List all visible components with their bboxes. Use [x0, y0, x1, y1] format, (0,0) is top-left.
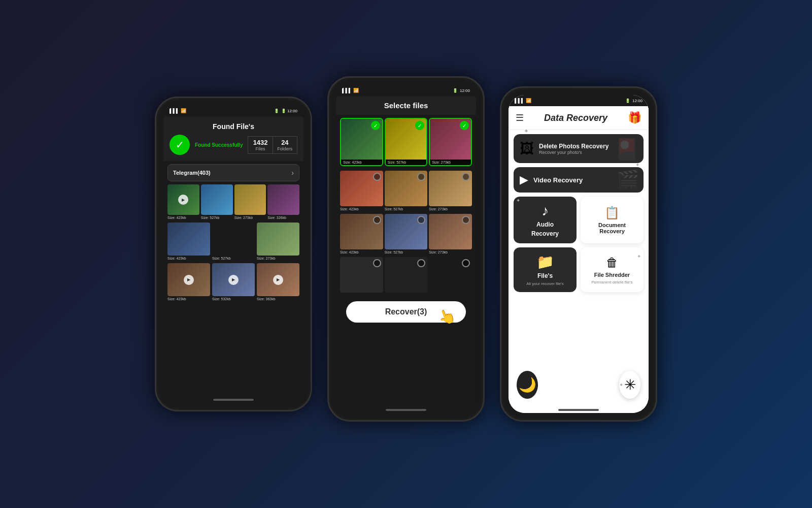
grid-item-2[interactable]: Size: 527kb — [212, 223, 255, 260]
photos-ghost-icon: 🎴 — [614, 137, 639, 161]
sun-icon: ✳ — [624, 376, 636, 393]
home-indicator-3 — [558, 409, 599, 411]
unsel-size-6: Size: 273kb — [429, 250, 472, 254]
signal-icon-3: ▌▌▌ — [515, 98, 524, 103]
folders-number: 24 — [276, 139, 294, 146]
unsel-item-2[interactable]: Size: 527kb — [385, 171, 428, 211]
files-card[interactable]: 📁 File's All your recover file's — [514, 247, 577, 292]
unsel-item-6[interactable]: Size: 273kb — [429, 214, 472, 254]
files-count: 1432 Files — [248, 136, 272, 154]
selected-size-3: Size: 273kb — [430, 160, 471, 165]
grid-item-6[interactable]: ▶ Size: 363kb — [257, 263, 299, 301]
thumb-img-4 — [267, 184, 299, 215]
time-3: 12:00 — [632, 99, 642, 103]
selected-size-1: Size: 423kb — [341, 160, 382, 165]
gift-icon[interactable]: 🎁 — [628, 111, 641, 124]
grid-item-5[interactable]: ▶ Size: 532kb — [212, 263, 255, 301]
audio-doc-row: ♪ Audio Recovery 📋 Document Recovery — [509, 195, 649, 245]
battery-icon-3: 🔋 — [625, 99, 630, 103]
telegram-popup[interactable]: Telegram(403) › — [167, 164, 299, 181]
grid-item-4[interactable]: ▶ Size: 423kb — [167, 263, 210, 301]
unsel-row-1: Size: 423kb Size: 527kb Size: 273kb — [336, 169, 476, 212]
file-shredder-card[interactable]: 🗑 File Shredder Permanent delete file's — [581, 247, 644, 292]
found-success-row: ✓ Found Successfully 1432 Files 24 Fol — [170, 135, 297, 155]
home-indicator-1 — [213, 399, 254, 401]
unsel-item-9[interactable] — [429, 257, 472, 293]
telegram-title: Telegram(403) — [173, 170, 211, 176]
menu-icon[interactable]: ☰ — [516, 112, 524, 123]
phones-container: ▌▌▌ 📶 🔋 🔋 12:00 Found File's ✓ Found Suc… — [0, 0, 812, 508]
grid-item-1[interactable]: Size: 423kb — [167, 223, 210, 260]
status-bar-1: ▌▌▌ 📶 🔋 🔋 12:00 — [163, 105, 303, 116]
sparkle-5: ✦ — [619, 382, 623, 388]
selected-item-3[interactable]: ✓ Size: 273kb — [429, 118, 472, 166]
thumb-size-2: Size: 527kb — [201, 216, 233, 219]
wifi-icon-3: 📶 — [526, 98, 531, 103]
play-btn-5[interactable]: ▶ — [228, 275, 239, 285]
photos-row: 🖼 Delete Photos Recovery Recover your ph… — [509, 130, 649, 165]
select-files-header: Selecte files — [336, 96, 476, 115]
play-btn-4[interactable]: ▶ — [184, 275, 194, 285]
unsel-check-6 — [462, 216, 470, 224]
unsel-item-7[interactable] — [340, 257, 383, 293]
document-title: Document Recovery — [587, 222, 637, 234]
audio-recovery-card[interactable]: ♪ Audio Recovery — [514, 197, 577, 243]
play-btn-1[interactable]: ▶ — [178, 195, 188, 205]
battery-icon: 🔋 — [274, 109, 279, 113]
images-grid-1: Size: 423kb Size: 527kb Size: 273kb — [163, 223, 303, 260]
selected-item-2[interactable]: ✓ Size: 527kb — [385, 118, 428, 166]
grid-size-1: Size: 423kb — [167, 257, 210, 260]
unsel-item-1[interactable]: Size: 423kb — [340, 171, 383, 211]
dr-title: Data Recovery — [544, 113, 607, 123]
files-number: 1432 — [251, 139, 269, 146]
selected-size-2: Size: 527kb — [386, 160, 427, 165]
status-bar-2: ▌▌▌ 📶 🔋 12:00 — [336, 85, 476, 96]
phone2-content: Selecte files ✓ Size: 423kb ✓ Size: 527k… — [336, 96, 476, 413]
thumb-img-2 — [201, 184, 233, 215]
status-bar-3: ▌▌▌ 📶 🔋 12:00 — [509, 95, 649, 106]
files-subtitle: All your recover file's — [526, 281, 564, 286]
time: 🔋 12:00 — [281, 109, 297, 113]
thumb-item-2[interactable]: Size: 527kb — [201, 184, 233, 219]
grid-item-3[interactable]: Size: 273kb — [257, 223, 299, 260]
recover-button[interactable]: Recover(3) 👆 — [346, 301, 466, 323]
unsel-item-4[interactable]: Size: 423kb — [340, 214, 383, 254]
grid-img-2 — [212, 223, 255, 256]
shredder-icon: 🗑 — [606, 256, 618, 270]
dark-mode-button[interactable]: 🌙 — [517, 371, 538, 399]
unsel-item-3[interactable]: Size: 273kb — [429, 171, 472, 211]
grid-size-4: Size: 423kb — [167, 297, 210, 301]
hand-icon: 👆 — [435, 306, 458, 328]
photos-title: Delete Photos Recovery — [539, 143, 608, 150]
play-btn-6[interactable]: ▶ — [273, 275, 283, 285]
audio-title-2: Recovery — [531, 230, 559, 237]
folders-label: Folders — [276, 146, 294, 151]
battery-icon-2: 🔋 — [453, 88, 458, 93]
signal-icons-3: ▌▌▌ 📶 — [515, 98, 531, 103]
wifi-icon-2: 📶 — [353, 88, 359, 93]
thumb-item-3[interactable]: Size: 273kb — [234, 184, 266, 219]
selected-item-1[interactable]: ✓ Size: 423kb — [340, 118, 383, 166]
selected-images-row: ✓ Size: 423kb ✓ Size: 527kb ✓ Size: 273k… — [336, 115, 476, 169]
unsel-check-3 — [462, 173, 470, 181]
found-files-title: Found File's — [170, 122, 297, 131]
unsel-item-5[interactable]: Size: 527kb — [385, 214, 428, 254]
photos-recovery-card[interactable]: 🖼 Delete Photos Recovery Recover your ph… — [514, 134, 644, 163]
unsel-item-8[interactable] — [385, 257, 428, 293]
video-recovery-card[interactable]: ▶ Video Recovery 🎬 — [514, 167, 644, 193]
found-files-header: Found File's ✓ Found Successfully 1432 F… — [163, 116, 303, 161]
unsel-size-5: Size: 527kb — [385, 250, 428, 254]
photos-card-text: Delete Photos Recovery Recover your phot… — [539, 143, 608, 155]
shredder-subtitle: Permanent delete file's — [591, 280, 632, 284]
document-icon: 📋 — [604, 206, 620, 220]
grid-img-3 — [257, 223, 299, 256]
thumb-item-4[interactable]: Size: 326kb — [267, 184, 299, 219]
video-icon: ▶ — [520, 173, 528, 186]
shredder-title: File Shredder — [594, 272, 630, 278]
moon-icon: 🌙 — [519, 376, 536, 393]
document-recovery-card[interactable]: 📋 Document Recovery — [581, 197, 644, 243]
signal-icon: ▌▌▌ — [170, 108, 179, 113]
phone-2: ▌▌▌ 📶 🔋 12:00 Selecte files ✓ Si — [327, 76, 485, 422]
recover-label: Recover(3) — [385, 307, 427, 316]
thumb-item-1[interactable]: ▶ Size: 423kb — [167, 184, 199, 219]
